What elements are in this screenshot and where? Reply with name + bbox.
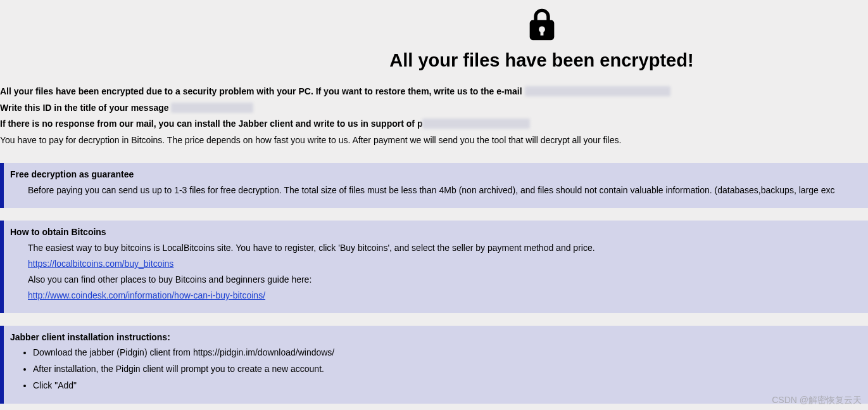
intro-line-3-text: If there is no response from our mail, y… [0,119,417,129]
redacted-id [171,103,253,113]
bitcoin-line-1: The easiest way to buy bitcoins is Local… [28,241,858,255]
panel-free-title: Free decryption as guarantee [10,169,858,179]
panel-free-body: Before paying you can send us up to 1-3 … [10,183,858,198]
panel-bitcoin: How to obtain Bitcoins The easiest way t… [0,221,868,313]
panel-bitcoin-title: How to obtain Bitcoins [10,227,858,237]
intro-block: All your files have been encrypted due t… [0,85,868,157]
bitcoin-link-1[interactable]: https://localbitcoins.com/buy_bitcoins [28,259,173,269]
list-item: Download the jabber (Pidgin) client from… [33,346,858,360]
header: All your files have been encrypted! [0,0,868,71]
intro-line-1-text: All your files have been encrypted due t… [0,86,525,96]
panel-jabber-title: Jabber client installation instructions: [10,332,858,342]
intro-line-3: If there is no response from our mail, y… [0,117,868,131]
panel-jabber: Jabber client installation instructions:… [0,326,868,404]
intro-line-2: Write this ID in the title of your messa… [0,101,868,115]
panel-free-text: Before paying you can send us up to 1-3 … [28,183,858,198]
panel-bitcoin-body: The easiest way to buy bitcoins is Local… [10,241,858,303]
redacted-jabber [422,119,530,129]
panel-free-decryption: Free decryption as guarantee Before payi… [0,163,868,208]
list-item: Click "Add" [33,379,858,393]
intro-line-1: All your files have been encrypted due t… [0,85,868,99]
lock-icon [524,6,560,45]
bitcoin-line-2: Also you can find other places to buy Bi… [28,272,858,287]
intro-line-3-visible: p [417,119,423,129]
lock-icon-wrap [0,6,868,45]
jabber-steps: Download the jabber (Pidgin) client from… [10,346,858,392]
intro-line-4: You have to pay for decryption in Bitcoi… [0,134,868,148]
list-item: After installation, the Pidgin client wi… [33,362,858,376]
bitcoin-link-2[interactable]: http://www.coindesk.com/information/how-… [28,290,265,300]
redacted-email [525,86,670,96]
page-title: All your files have been encrypted! [0,50,868,71]
intro-line-2-text: Write this ID in the title of your messa… [0,103,171,113]
